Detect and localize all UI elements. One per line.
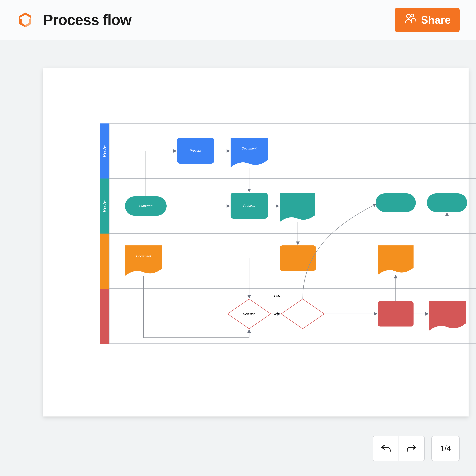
share-button-label: Share	[421, 14, 451, 26]
svg-text:Decision: Decision	[243, 312, 255, 316]
node-document-teal[interactable]	[280, 193, 315, 222]
node-start-end[interactable]: Start/end	[125, 196, 167, 216]
canvas-stage: Header Header Process Document Start/end	[0, 40, 476, 476]
lane-label-1: Header	[102, 145, 106, 157]
app-header: Process flow Share	[0, 0, 476, 40]
redo-icon	[406, 442, 418, 455]
node-document-red[interactable]	[429, 301, 466, 331]
svg-rect-8	[100, 234, 109, 289]
svg-rect-20	[280, 245, 316, 271]
flow-diagram[interactable]: Header Header Process Document Start/end	[100, 123, 476, 344]
node-document-orange-1[interactable]: Document	[125, 245, 162, 276]
page-indicator[interactable]: 1/4	[431, 436, 460, 461]
bottom-toolbar: 1/4	[373, 436, 460, 461]
node-document-blue[interactable]: Document	[231, 137, 268, 167]
people-icon	[404, 12, 416, 28]
svg-rect-22	[378, 301, 413, 326]
page-card[interactable]: Header Header Process Document Start/end	[43, 68, 469, 416]
node-decision-1[interactable]: Decision	[228, 299, 271, 329]
svg-rect-17	[375, 193, 416, 212]
app-logo-icon	[16, 11, 34, 29]
node-process-teal[interactable]: Process	[231, 193, 268, 219]
svg-text:Process: Process	[243, 204, 255, 207]
node-process-orange[interactable]	[280, 245, 316, 271]
node-document-orange-2[interactable]	[378, 245, 413, 275]
undo-redo-group	[373, 436, 425, 461]
node-terminator-teal-1[interactable]	[375, 193, 416, 212]
lane-label-2: Header	[102, 200, 106, 212]
page-title: Process flow	[43, 11, 131, 28]
node-terminator-teal-2[interactable]	[427, 193, 467, 212]
svg-point-0	[407, 15, 410, 18]
node-process-blue[interactable]: Process	[177, 137, 214, 164]
header-left: Process flow	[16, 11, 131, 29]
undo-button[interactable]	[373, 436, 399, 461]
edge-label-no: NO	[274, 312, 279, 316]
svg-text:Document: Document	[136, 254, 151, 258]
svg-rect-9	[100, 289, 109, 344]
svg-rect-18	[427, 193, 467, 212]
edge-label-yes: YES	[273, 294, 280, 298]
node-process-red[interactable]	[378, 301, 413, 326]
undo-icon	[380, 442, 392, 455]
svg-point-1	[411, 14, 414, 17]
svg-text:Document: Document	[242, 147, 257, 150]
node-decision-2[interactable]	[281, 299, 324, 329]
svg-text:Start/end: Start/end	[139, 204, 153, 208]
redo-button[interactable]	[399, 436, 424, 461]
share-button[interactable]: Share	[395, 8, 460, 32]
svg-text:Process: Process	[190, 149, 201, 153]
